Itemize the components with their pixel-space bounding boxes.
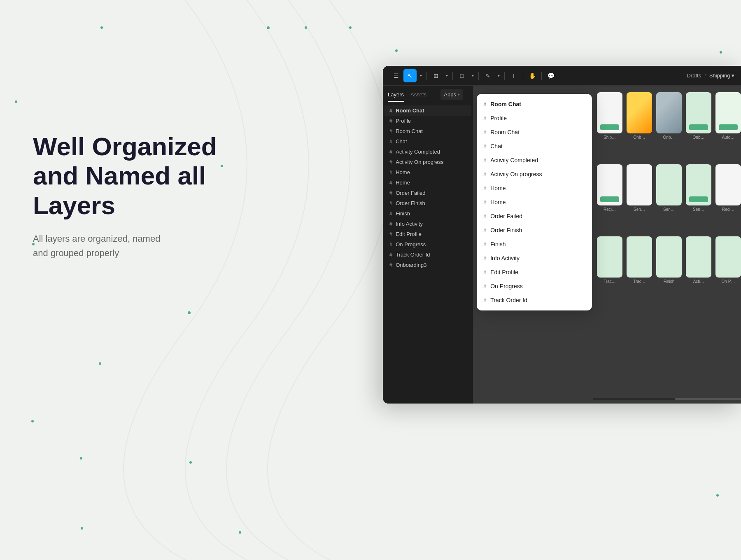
layer-parent-name: Room Chat <box>396 107 424 114</box>
layer-name-11: Edit Profile <box>396 231 422 237</box>
thumb-col-thumb-row-2-3[interactable]: Sen… <box>686 164 711 212</box>
layer-item-11[interactable]: # Edit Profile <box>384 229 471 239</box>
layer-name-10: Info Activity <box>396 221 423 227</box>
thumb-col-thumb-row-3-1[interactable]: Trac… <box>627 236 652 284</box>
dropdown-parent-label: Room Chat <box>490 101 521 107</box>
dropdown-item-1[interactable]: #Room Chat <box>477 125 592 139</box>
bg-dot-0 <box>100 26 103 29</box>
thumb-thumb-row-3-3 <box>686 236 711 278</box>
thumb-col-thumb-row-2-2[interactable]: Sen… <box>656 164 682 212</box>
layer-item-6[interactable]: # Home <box>384 177 471 188</box>
canvas-scrollbar-thumb[interactable] <box>675 398 741 400</box>
thumb-col-thumb-row-2-4[interactable]: Reci… <box>715 164 741 212</box>
hand-tool[interactable]: ✋ <box>526 69 539 82</box>
thumb-col-thumb-row-2-1[interactable]: Sen… <box>627 164 652 212</box>
thumb-col-thumb-row-3-4[interactable]: On P… <box>715 236 741 284</box>
layer-item-5[interactable]: # Home <box>384 167 471 177</box>
dropdown-hash-0: # <box>483 115 486 121</box>
dropdown-item-7[interactable]: #Order Failed <box>477 209 592 223</box>
select-tool[interactable]: ↖ <box>403 69 417 82</box>
layer-item-3[interactable]: # Activity Completed <box>384 147 471 157</box>
thumb-col-thumb-row-3-0[interactable]: Trac… <box>597 236 622 284</box>
layer-name-12: On Progress <box>396 241 426 247</box>
dropdown-hash-13: # <box>483 297 486 303</box>
dropdown-item-10[interactable]: #Info Activity <box>477 251 592 265</box>
dropdown-item-13[interactable]: #Track Order Id <box>477 293 592 307</box>
layer-item-8[interactable]: # Order Finish <box>384 198 471 208</box>
layer-item-parent[interactable]: # Room Chat <box>384 105 471 116</box>
thumb-col-thumb-row-2-0[interactable]: Reci… <box>597 164 622 212</box>
dropdown-item-4[interactable]: #Activity On progress <box>477 167 592 181</box>
dropdown-item-5[interactable]: #Home <box>477 181 592 195</box>
tab-layers[interactable]: Layers <box>388 89 404 102</box>
frame-tool[interactable]: ⊞ <box>429 69 443 82</box>
dropdown-item-0[interactable]: #Profile <box>477 111 592 125</box>
dropdown-label-5: Home <box>490 185 506 191</box>
thumb-col-thumb-row-3-3[interactable]: Acti… <box>686 236 711 284</box>
tab-assets[interactable]: Assets <box>410 89 426 102</box>
bg-dot-15 <box>239 531 241 534</box>
thumb-col-thumb-row-1-1[interactable]: Onb… <box>627 92 652 140</box>
apps-button[interactable]: Apps ▾ <box>440 89 463 100</box>
thumb-green-bar <box>689 196 708 202</box>
layer-item-4[interactable]: # Activity On progress <box>384 157 471 167</box>
menu-button[interactable]: ☰ <box>389 69 403 82</box>
shape-chevron[interactable]: ▾ <box>469 69 476 82</box>
tool-separator-4 <box>504 72 505 80</box>
dropdown-item-6[interactable]: #Home <box>477 195 592 209</box>
layer-item-footer[interactable]: # Onboarding3 <box>384 260 471 270</box>
dropdown-item-8[interactable]: #Order Finish <box>477 223 592 237</box>
thumb-col-thumb-row-1-4[interactable]: Auto… <box>715 92 741 140</box>
layer-item-7[interactable]: # Order Failed <box>384 188 471 198</box>
thumb-label-thumb-row-1-2: Onb… <box>663 135 675 140</box>
layer-item-9[interactable]: # Finish <box>384 208 471 219</box>
canvas-thumbnails: Ship…Onb…Onb…Onb…Auto…HomeHomeM… Reci…Se… <box>597 92 741 387</box>
dropdown-label-11: Edit Profile <box>490 269 518 275</box>
dropdown-item-2[interactable]: #Chat <box>477 139 592 153</box>
thumb-thumb-row-1-1 <box>627 92 652 133</box>
breadcrumb-active: Shipping ▾ <box>709 72 734 79</box>
layer-hash-2: # <box>389 138 392 145</box>
toolbar-tools: ☰ ↖ ▾ ⊞ ▾ □ ▾ ✎ ▾ T ✋ 💬 <box>389 69 557 82</box>
dropdown-hash-12: # <box>483 283 486 289</box>
layer-item-10[interactable]: # Info Activity <box>384 219 471 229</box>
frame-chevron[interactable]: ▾ <box>443 69 450 82</box>
thumb-col-thumb-row-1-0[interactable]: Ship… <box>597 92 622 140</box>
bg-dot-3 <box>349 26 352 29</box>
thumb-thumb-row-2-0 <box>597 164 622 205</box>
layer-item-1[interactable]: # Room Chat <box>384 126 471 136</box>
thumb-thumb-row-1-2 <box>656 92 682 133</box>
text-tool[interactable]: T <box>507 69 520 82</box>
dropdown-item-9[interactable]: #Finish <box>477 237 592 251</box>
pen-tool[interactable]: ✎ <box>481 69 494 82</box>
layer-name-13: Track Order Id <box>396 252 430 258</box>
layer-hash-7: # <box>389 190 392 196</box>
thumb-col-thumb-row-1-3[interactable]: Onb… <box>686 92 711 140</box>
dropdown-label-4: Activity On progress <box>490 171 542 177</box>
layer-hash-0: # <box>389 118 392 124</box>
shape-tool[interactable]: □ <box>455 69 468 82</box>
pen-chevron[interactable]: ▾ <box>495 69 502 82</box>
thumb-col-thumb-row-3-2[interactable]: Finish <box>656 236 682 284</box>
select-chevron[interactable]: ▾ <box>417 69 424 82</box>
bg-dot-11 <box>31 420 34 422</box>
tool-separator-1 <box>426 72 427 80</box>
layer-name-8: Order Finish <box>396 200 425 206</box>
bg-dot-10 <box>99 362 101 365</box>
thumb-label-thumb-row-2-0: Reci… <box>604 207 616 212</box>
apps-label: Apps <box>444 91 456 98</box>
thumb-label-thumb-row-3-2: Finish <box>664 279 675 284</box>
dropdown-item-12[interactable]: #On Progress <box>477 279 592 293</box>
layer-item-0[interactable]: # Profile <box>384 116 471 126</box>
comment-tool[interactable]: 💬 <box>544 69 557 82</box>
layer-item-12[interactable]: # On Progress <box>384 239 471 250</box>
layer-item-13[interactable]: # Track Order Id <box>384 250 471 260</box>
layer-item-2[interactable]: # Chat <box>384 136 471 147</box>
canvas-scrollbar[interactable] <box>593 398 734 400</box>
dropdown-label-6: Home <box>490 199 506 205</box>
dropdown-parent-item[interactable]: #Room Chat <box>477 97 592 111</box>
dropdown-item-11[interactable]: #Edit Profile <box>477 265 592 279</box>
layer-hash-11: # <box>389 231 392 237</box>
thumb-col-thumb-row-1-2[interactable]: Onb… <box>656 92 682 140</box>
dropdown-item-3[interactable]: #Activity Completed <box>477 153 592 167</box>
